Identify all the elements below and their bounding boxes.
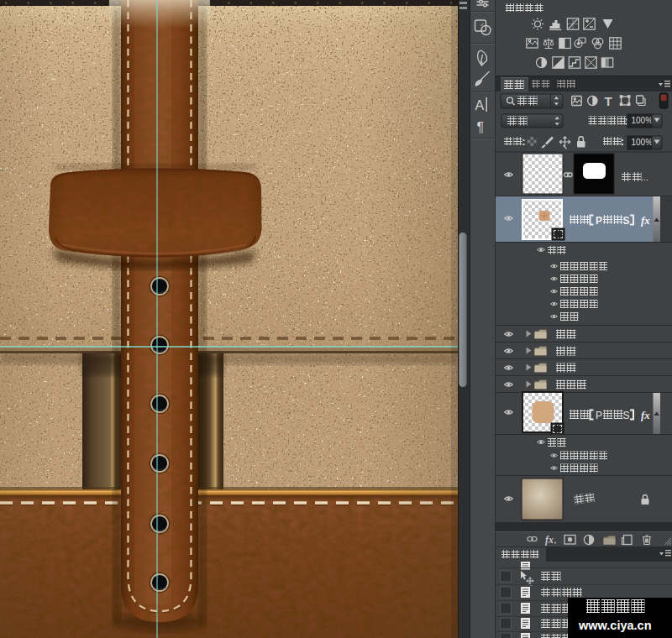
svg-text:fx: fx — [545, 534, 554, 546]
svg-text:A: A — [475, 98, 485, 112]
svg-text:100%: 100% — [632, 116, 654, 125]
svg-text:T: T — [605, 94, 612, 108]
svg-text:fx: fx — [641, 409, 650, 421]
svg-text:...: ... — [641, 172, 648, 182]
svg-text:P: P — [596, 215, 602, 227]
svg-text:P: P — [596, 410, 602, 421]
svg-text:www.ciya.cn: www.ciya.cn — [578, 619, 652, 632]
svg-text:¶: ¶ — [477, 120, 485, 134]
svg-text:fx: fx — [641, 214, 650, 227]
svg-text:100%: 100% — [632, 138, 654, 147]
svg-text:S: S — [623, 410, 630, 421]
svg-text:S: S — [623, 215, 630, 227]
